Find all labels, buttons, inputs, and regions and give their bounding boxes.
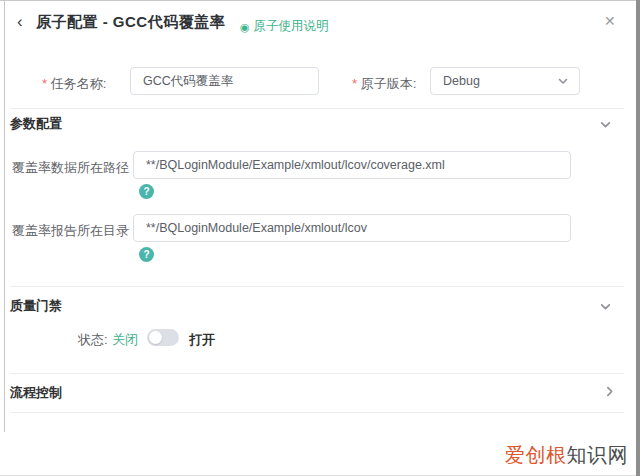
status-toggle[interactable]	[147, 329, 179, 346]
status-on-label: 打开	[189, 331, 215, 349]
back-icon[interactable]: ‹	[17, 11, 23, 33]
question-help-icon[interactable]: ?	[139, 247, 154, 262]
coverage-report-dir-input[interactable]	[133, 214, 571, 242]
panel-left-border	[4, 0, 5, 432]
watermark: 爱创根知识网	[505, 442, 628, 469]
atom-version-label: 原子版本:	[352, 75, 416, 93]
watermark-highlight: 爱创根	[505, 444, 567, 466]
watermark-rest: 知识网	[567, 444, 629, 466]
chevron-down-icon	[557, 75, 569, 87]
question-help-icon[interactable]: ?	[139, 184, 154, 199]
coverage-data-path-label: 覆盖率数据所在路径	[12, 159, 129, 177]
coverage-report-dir-label: 覆盖率报告所在目录	[12, 222, 129, 240]
status-off-label: 关闭	[112, 331, 138, 349]
quality-gate-collapse-chevron-down-icon[interactable]	[599, 300, 612, 313]
coverage-data-path-input[interactable]	[133, 151, 571, 179]
divider	[10, 373, 624, 374]
atom-version-value: Debug	[443, 74, 480, 88]
flow-control-chevron-right-icon[interactable]	[603, 385, 616, 398]
section-flow-control-title: 流程控制	[10, 384, 62, 402]
help-dot-icon: ◉	[240, 21, 250, 33]
section-params-title: 参数配置	[10, 115, 62, 133]
task-name-input[interactable]	[130, 67, 319, 95]
toggle-knob	[149, 331, 162, 344]
atom-usage-help-link[interactable]: ◉ 原子使用说明	[240, 18, 329, 35]
close-icon[interactable]: ✕	[604, 13, 616, 29]
task-name-label: 任务名称:	[42, 75, 106, 93]
divider	[10, 286, 624, 287]
params-collapse-chevron-down-icon[interactable]	[599, 118, 612, 131]
divider	[10, 412, 624, 413]
section-quality-gate-title: 质量门禁	[10, 297, 62, 315]
divider	[10, 108, 624, 109]
status-label: 状态:	[78, 331, 108, 349]
panel-right-border	[636, 0, 640, 476]
page-title: 原子配置 - GCC代码覆盖率	[36, 13, 225, 32]
help-link-label: 原子使用说明	[254, 18, 329, 35]
atom-version-select[interactable]: Debug	[430, 67, 580, 95]
